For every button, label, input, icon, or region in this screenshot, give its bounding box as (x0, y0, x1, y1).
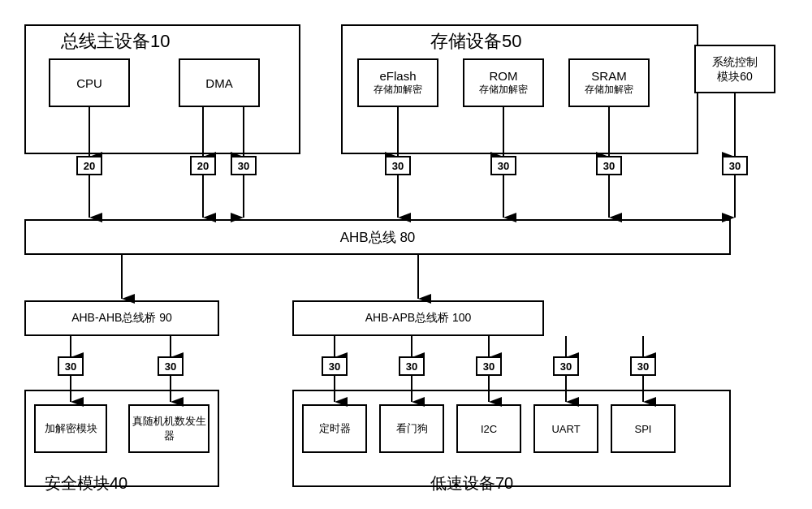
svg-text:30: 30 (637, 360, 649, 373)
sram-label: SRAM (591, 69, 626, 83)
uart-label: UART (551, 423, 580, 435)
eflash-encrypt: 存储加解密 (374, 83, 422, 97)
svg-rect-19 (491, 157, 516, 175)
svg-text:30: 30 (560, 360, 572, 373)
ahb-apb-bridge: AHB-APB总线桥 100 (292, 300, 544, 336)
ahb-ahb-label: AHB-AHB总线桥 90 (71, 311, 172, 326)
timer-label: 定时器 (319, 421, 351, 436)
uart-box: UART (533, 404, 598, 453)
watchdog-label: 看门狗 (396, 421, 428, 436)
svg-text:30: 30 (729, 160, 741, 172)
svg-text:20: 20 (84, 160, 95, 172)
timer-box: 定时器 (302, 404, 367, 453)
security-label: 安全模块40 (45, 472, 127, 494)
svg-text:30: 30 (238, 160, 249, 172)
spi-label: SPI (635, 423, 652, 435)
ahb-ahb-bridge: AHB-AHB总线桥 90 (24, 300, 219, 336)
ahb-apb-label: AHB-APB总线桥 100 (365, 311, 472, 326)
dma-box: DMA (179, 58, 260, 107)
bus-master-label: 总线主设备10 (61, 29, 170, 54)
system-control-box: 系统控制模块60 (694, 45, 775, 93)
sram-box: SRAM 存储加解密 (568, 58, 650, 107)
rom-box: ROM 存储加解密 (463, 58, 544, 107)
dma-label: DMA (205, 76, 232, 90)
svg-text:30: 30 (603, 160, 615, 172)
sys-ctrl-label: 系统控制模块60 (712, 54, 758, 84)
rng-label: 真随机机数发生器 (130, 414, 208, 443)
diagram: 总线主设备10 CPU DMA 存储设备50 eFlash 存储加解密 ROM … (0, 0, 812, 509)
svg-rect-11 (231, 157, 256, 175)
svg-text:30: 30 (498, 160, 509, 172)
svg-rect-53 (554, 357, 578, 375)
storage-label: 存储设备50 (430, 29, 521, 54)
cpu-label: CPU (76, 76, 102, 90)
rom-encrypt: 存储加解密 (479, 83, 528, 97)
cpu-box: CPU (49, 58, 130, 107)
rom-label: ROM (490, 69, 518, 83)
svg-text:30: 30 (483, 360, 495, 373)
encrypt-label: 加解密模块 (45, 421, 97, 436)
sram-encrypt: 存储加解密 (585, 83, 633, 97)
svg-rect-37 (158, 357, 183, 375)
svg-rect-23 (597, 157, 621, 175)
i2c-box: I2C (456, 404, 521, 453)
low-speed-label: 低速设备70 (430, 472, 513, 494)
svg-rect-33 (58, 357, 83, 375)
svg-rect-3 (77, 157, 102, 175)
svg-text:20: 20 (197, 160, 209, 172)
svg-text:30: 30 (406, 360, 417, 373)
ahb-bus: AHB总线 80 (24, 219, 731, 255)
rng-box: 真随机机数发生器 (128, 404, 209, 453)
eflash-box: eFlash 存储加解密 (357, 58, 438, 107)
eflash-label: eFlash (379, 69, 416, 83)
i2c-label: I2C (481, 423, 497, 435)
encrypt-box: 加解密模块 (34, 404, 107, 453)
svg-text:30: 30 (165, 360, 176, 373)
svg-text:30: 30 (65, 360, 76, 373)
svg-rect-27 (723, 157, 747, 175)
svg-rect-15 (386, 157, 410, 175)
svg-rect-49 (477, 357, 501, 375)
svg-text:30: 30 (329, 360, 340, 373)
spi-box: SPI (611, 404, 676, 453)
svg-text:30: 30 (392, 160, 404, 172)
svg-rect-57 (631, 357, 655, 375)
svg-rect-7 (191, 157, 215, 175)
svg-rect-45 (400, 357, 424, 375)
ahb-bus-label: AHB总线 80 (340, 228, 416, 247)
watchdog-box: 看门狗 (379, 404, 444, 453)
svg-rect-41 (322, 357, 347, 375)
